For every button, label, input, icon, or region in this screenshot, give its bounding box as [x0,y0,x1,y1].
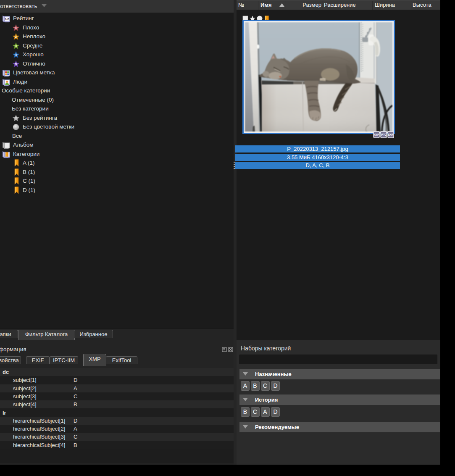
svg-text:5: 5 [15,62,17,65]
svg-text:XMP: XMP [374,133,379,137]
svg-text:1: 1 [15,26,17,29]
svg-text:4: 4 [15,53,17,56]
svg-text:EXIF: EXIF [388,133,394,137]
svg-text:1-5: 1-5 [5,17,9,21]
svg-text:2: 2 [15,35,17,38]
svg-text:3: 3 [15,44,17,47]
svg-text:IPTC: IPTC [381,133,387,137]
